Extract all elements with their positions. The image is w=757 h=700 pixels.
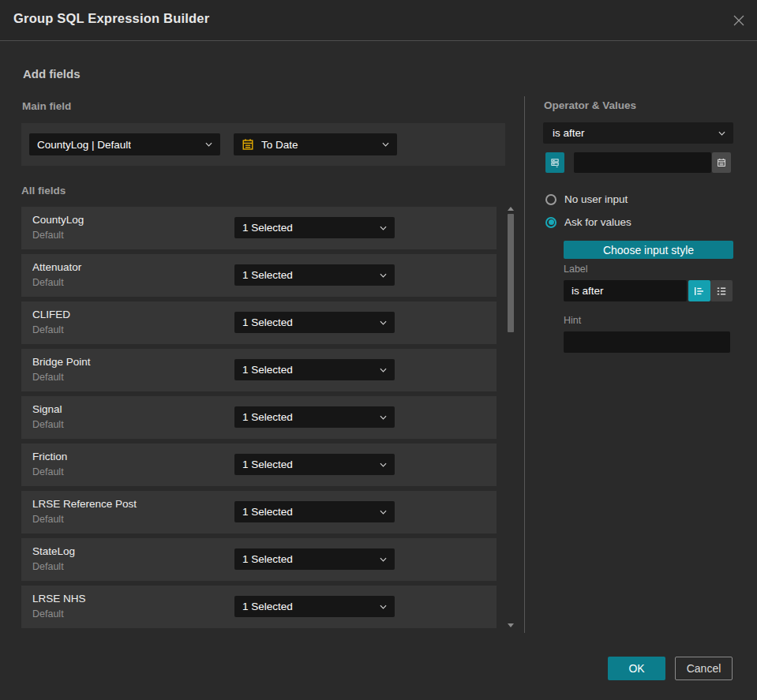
calendar-icon[interactable] bbox=[712, 152, 731, 173]
field-row-statelog: StateLog Default 1 Selected bbox=[21, 538, 497, 581]
chevron-down-icon bbox=[718, 131, 725, 136]
chevron-down-icon bbox=[380, 320, 387, 325]
label-label: Label bbox=[564, 264, 588, 275]
input-type-icon[interactable] bbox=[545, 152, 564, 173]
calendar-icon bbox=[242, 138, 254, 151]
add-fields-heading: Add fields bbox=[23, 67, 81, 80]
all-fields-label: All fields bbox=[21, 185, 66, 197]
field-row-attenuator: Attenuator Default 1 Selected bbox=[21, 254, 497, 297]
hint-input[interactable] bbox=[564, 331, 730, 353]
field-row-select[interactable]: 1 Selected bbox=[234, 501, 395, 522]
chevron-down-icon bbox=[380, 510, 387, 515]
close-icon[interactable] bbox=[728, 9, 750, 32]
panel-divider bbox=[524, 96, 525, 633]
chevron-down-icon bbox=[380, 462, 387, 467]
field-row-friction: Friction Default 1 Selected bbox=[21, 444, 497, 486]
field-row-select[interactable]: 1 Selected bbox=[234, 406, 395, 428]
cancel-button[interactable]: Cancel bbox=[675, 657, 733, 680]
radio-ask-for-values[interactable]: Ask for values bbox=[545, 216, 631, 228]
operator-values-heading: Operator & Values bbox=[544, 99, 636, 111]
all-fields-list: CountyLog Default 1 Selected Attenuator … bbox=[21, 207, 497, 633]
main-field-panel: CountyLog | Default To Date bbox=[21, 123, 505, 166]
group-sql-expression-builder-dialog: Group SQL Expression Builder Add fields … bbox=[0, 0, 757, 700]
field-row-select[interactable]: 1 Selected bbox=[234, 264, 395, 286]
field-row-bridge-point: Bridge Point Default 1 Selected bbox=[21, 349, 497, 391]
main-field-label: Main field bbox=[22, 100, 71, 112]
choose-input-style-button[interactable]: Choose input style bbox=[564, 241, 733, 259]
radio-circle-icon bbox=[545, 194, 557, 205]
chevron-down-icon bbox=[380, 368, 387, 372]
field-row-select[interactable]: 1 Selected bbox=[234, 217, 395, 238]
operator-select[interactable]: is after bbox=[543, 122, 733, 144]
chevron-down-icon bbox=[380, 226, 387, 230]
scrollbar-thumb[interactable] bbox=[508, 214, 514, 332]
chevron-down-icon bbox=[380, 415, 387, 420]
field-row-countylog: CountyLog Default 1 Selected bbox=[21, 207, 497, 249]
field-row-signal: Signal Default 1 Selected bbox=[21, 396, 497, 439]
field-row-select[interactable]: 1 Selected bbox=[234, 454, 395, 475]
field-row-select[interactable]: 1 Selected bbox=[234, 359, 395, 380]
label-input[interactable] bbox=[564, 280, 687, 301]
chevron-down-icon bbox=[380, 273, 387, 278]
chevron-down-icon bbox=[382, 142, 389, 147]
scroll-up-icon[interactable] bbox=[508, 207, 514, 211]
main-field-type-select[interactable]: To Date bbox=[234, 133, 397, 155]
field-row-select[interactable]: 1 Selected bbox=[234, 596, 395, 617]
ok-button[interactable]: OK bbox=[608, 657, 665, 680]
chevron-down-icon bbox=[380, 557, 387, 562]
value-input[interactable] bbox=[574, 152, 711, 173]
hint-label: Hint bbox=[564, 315, 581, 326]
list-icon[interactable] bbox=[710, 280, 733, 301]
field-row-lrse-reference-post: LRSE Reference Post Default 1 Selected bbox=[21, 491, 497, 533]
field-row-lrse-nhs: LRSE NHS Default 1 Selected bbox=[21, 586, 497, 628]
radio-no-user-input[interactable]: No user input bbox=[545, 193, 628, 205]
scroll-down-icon[interactable] bbox=[508, 623, 514, 627]
list-scrollbar[interactable] bbox=[508, 207, 514, 627]
main-field-select[interactable]: CountyLog | Default bbox=[29, 133, 220, 155]
chevron-down-icon bbox=[380, 605, 387, 609]
field-row-clifed: CLIFED Default 1 Selected bbox=[21, 301, 497, 344]
field-row-select[interactable]: 1 Selected bbox=[234, 548, 395, 570]
dialog-title: Group SQL Expression Builder bbox=[13, 11, 209, 26]
radio-selected-icon bbox=[545, 217, 557, 228]
align-left-icon[interactable] bbox=[688, 280, 710, 301]
field-row-select[interactable]: 1 Selected bbox=[234, 312, 395, 333]
chevron-down-icon bbox=[205, 142, 212, 147]
